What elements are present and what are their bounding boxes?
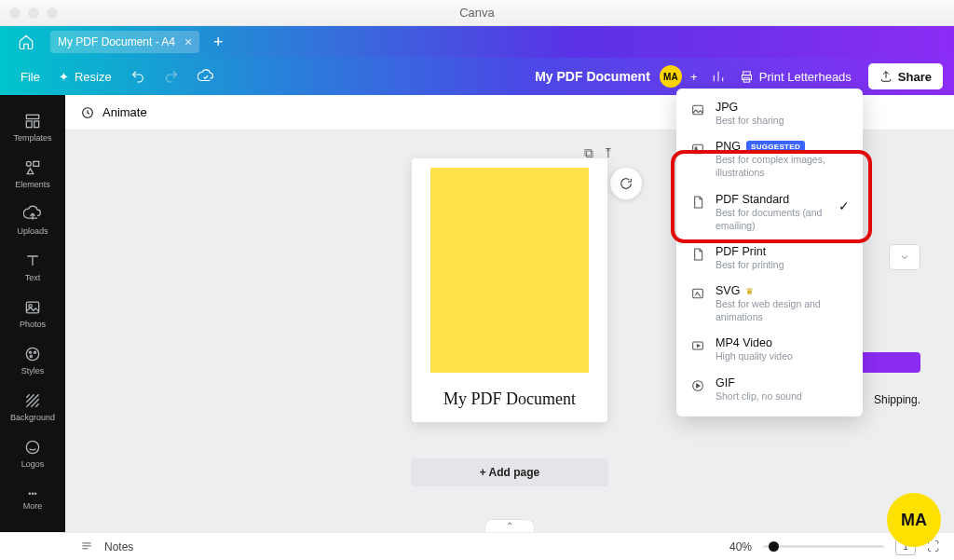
add-collaborator-button[interactable]: + bbox=[682, 70, 706, 84]
window-title: Canva bbox=[0, 6, 954, 20]
menu-item-title: GIF bbox=[716, 376, 735, 389]
menu-item-gif[interactable]: GIF Short clip, no sound bbox=[680, 370, 859, 409]
rail-label: Elements bbox=[15, 180, 50, 189]
zoom-slider-thumb[interactable] bbox=[769, 541, 779, 552]
menu-item-pdf-standard[interactable]: PDF Standard Best for documents (and ema… bbox=[680, 186, 859, 239]
print-letterheads-button[interactable]: Print Letterheads bbox=[730, 63, 861, 89]
notes-button[interactable]: Notes bbox=[104, 540, 133, 553]
share-label: Share bbox=[898, 70, 932, 84]
menu-item-sub: High quality video bbox=[716, 349, 850, 362]
cloud-check-icon bbox=[198, 68, 214, 85]
menu-item-sub: Short clip, no sound bbox=[716, 389, 850, 403]
rail-text[interactable]: Text bbox=[0, 244, 65, 289]
photos-icon bbox=[23, 298, 42, 317]
uploads-icon bbox=[23, 205, 42, 224]
rail-uploads[interactable]: Uploads bbox=[0, 198, 65, 242]
notes-icon bbox=[80, 540, 93, 553]
insights-button[interactable] bbox=[706, 69, 730, 84]
page-title-text[interactable]: My PDF Document bbox=[443, 389, 576, 409]
check-icon: ✓ bbox=[838, 193, 850, 213]
rail-label: Templates bbox=[13, 133, 51, 143]
user-avatar[interactable]: MA bbox=[660, 65, 682, 88]
svg-point-14 bbox=[26, 441, 38, 453]
menu-item-title: SVG bbox=[716, 284, 740, 297]
file-type-dropdown[interactable] bbox=[889, 244, 920, 270]
tab-strip: My PDF Document - A4 × + bbox=[0, 26, 954, 58]
rail-templates[interactable]: Templates bbox=[0, 104, 65, 149]
svg-point-12 bbox=[34, 351, 35, 353]
svg-rect-3 bbox=[26, 115, 38, 118]
new-tab-button[interactable]: + bbox=[205, 29, 231, 55]
bar-chart-icon bbox=[711, 69, 726, 84]
rail-more[interactable]: ••• More bbox=[0, 477, 65, 522]
svg-rect-4 bbox=[26, 121, 32, 128]
sparkle-icon: ✦ bbox=[59, 70, 69, 84]
rail-background[interactable]: Background bbox=[0, 384, 65, 429]
svg-point-11 bbox=[29, 351, 31, 353]
rail-elements[interactable]: Elements bbox=[0, 151, 65, 196]
expand-panel-handle[interactable]: ⌃ bbox=[484, 519, 535, 532]
elements-icon bbox=[23, 158, 42, 177]
add-page-button[interactable]: + Add page bbox=[411, 458, 608, 486]
redo-button[interactable] bbox=[155, 63, 188, 89]
export-format-menu: JPG Best for sharing PNG SUGGESTED Best … bbox=[676, 89, 863, 417]
menu-item-title: JPG bbox=[716, 101, 738, 114]
cloud-sync-button[interactable] bbox=[188, 63, 224, 89]
rail-label: More bbox=[23, 501, 43, 511]
rail-label: Background bbox=[10, 413, 55, 422]
rail-styles[interactable]: Styles bbox=[0, 337, 65, 382]
printer-icon bbox=[740, 70, 754, 84]
file-menu[interactable]: File bbox=[11, 63, 49, 89]
styles-icon bbox=[23, 345, 42, 363]
menu-item-png[interactable]: PNG SUGGESTED Best for complex images, i… bbox=[680, 133, 859, 185]
document-icon bbox=[690, 195, 705, 210]
page-canvas[interactable]: My PDF Document bbox=[412, 158, 607, 422]
document-tab[interactable]: My PDF Document - A4 × bbox=[50, 31, 199, 53]
rail-label: Text bbox=[25, 273, 41, 282]
zoom-level-label: 40% bbox=[729, 540, 752, 553]
share-button[interactable]: Share bbox=[868, 63, 943, 89]
animate-icon bbox=[80, 105, 95, 120]
rail-label: Logos bbox=[21, 459, 45, 469]
chevron-down-icon bbox=[899, 252, 910, 263]
download-button-peek[interactable] bbox=[855, 352, 920, 373]
svg-point-6 bbox=[26, 161, 31, 166]
upload-icon bbox=[879, 70, 893, 83]
menu-item-title: PDF Print bbox=[716, 245, 766, 258]
menu-item-pdf-print[interactable]: PDF Print Best for printing bbox=[680, 239, 859, 278]
animate-button[interactable]: Animate bbox=[102, 105, 147, 119]
menu-item-sub: Best for documents (and emailing) bbox=[716, 206, 829, 232]
refresh-icon bbox=[619, 176, 634, 191]
document-tab-label: My PDF Document - A4 bbox=[58, 35, 175, 48]
text-icon bbox=[23, 252, 42, 270]
print-label: Print Letterheads bbox=[759, 70, 852, 84]
video-icon bbox=[690, 338, 705, 353]
play-animation-button[interactable] bbox=[610, 168, 642, 199]
resize-button[interactable]: ✦ Resize bbox=[49, 63, 121, 89]
yellow-rectangle-element[interactable] bbox=[430, 168, 589, 373]
home-icon bbox=[18, 34, 34, 50]
zoom-slider[interactable] bbox=[763, 545, 884, 548]
menu-item-title: PDF Standard bbox=[716, 193, 789, 206]
window-titlebar: Canva bbox=[0, 0, 954, 26]
menu-item-svg[interactable]: SVG ♛ Best for web design and animations bbox=[680, 278, 859, 330]
shipping-text: Shipping. bbox=[874, 393, 920, 406]
menu-item-sub: Best for web design and animations bbox=[716, 297, 850, 323]
rail-photos[interactable]: Photos bbox=[0, 291, 65, 335]
svg-rect-8 bbox=[26, 302, 38, 313]
right-panel-peek bbox=[865, 244, 920, 270]
document-title[interactable]: My PDF Document bbox=[535, 69, 650, 84]
image-icon bbox=[690, 142, 705, 157]
rail-logos[interactable]: Logos bbox=[0, 430, 65, 475]
svg-rect-7 bbox=[34, 161, 39, 166]
menu-item-mp4[interactable]: MP4 Video High quality video bbox=[680, 330, 859, 369]
close-tab-icon[interactable]: × bbox=[184, 34, 192, 49]
svg-point-18 bbox=[695, 147, 697, 149]
menu-item-sub: Best for sharing bbox=[716, 114, 850, 127]
undo-button[interactable] bbox=[121, 63, 155, 89]
menu-item-jpg[interactable]: JPG Best for sharing bbox=[680, 94, 859, 133]
image-icon bbox=[690, 102, 705, 117]
side-rail: Templates Elements Uploads Text Photos S… bbox=[0, 95, 65, 532]
home-button[interactable] bbox=[7, 31, 45, 53]
suggested-badge: SUGGESTED bbox=[746, 141, 805, 153]
